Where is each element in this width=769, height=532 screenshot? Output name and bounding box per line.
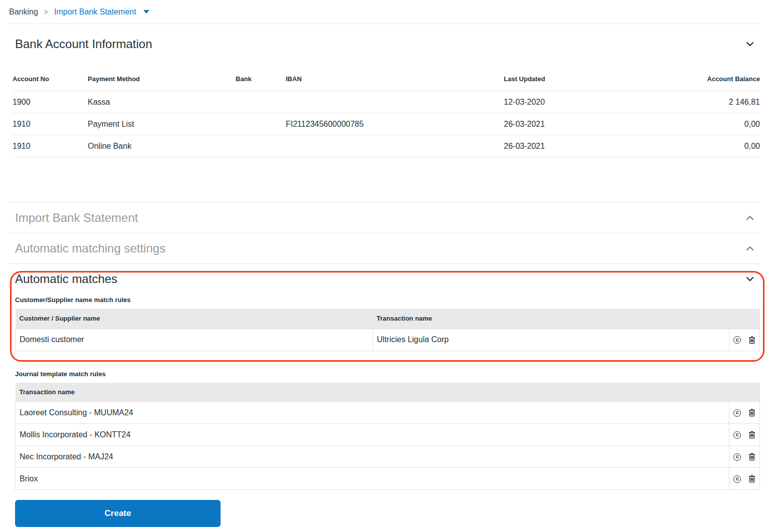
chevron-down-icon[interactable] — [746, 42, 754, 47]
column-header-iban: IBAN — [286, 61, 504, 91]
row-actions: c — [729, 424, 760, 446]
table-header-row: Customer / Supplier name Transaction nam… — [16, 309, 760, 329]
table-row[interactable]: 1910 Online Bank 26-03-2021 0,00 — [13, 135, 760, 157]
caret-down-icon[interactable] — [143, 10, 149, 14]
automatic-matches-title: Automatic matches — [15, 272, 117, 286]
customer-supplier-rules-table: Customer / Supplier name Transaction nam… — [15, 309, 760, 351]
automatic-matches-header[interactable]: Automatic matches — [9, 264, 760, 294]
bank-account-information-section: Bank Account Information Account No Paym… — [9, 24, 760, 157]
delete-button[interactable] — [746, 431, 758, 439]
row-actions: c — [729, 468, 760, 490]
table-row: Laoreet Consulting - MUUMA24 c — [16, 402, 760, 424]
cell-payment-method: Kassa — [88, 91, 236, 113]
copy-button[interactable]: c — [731, 475, 743, 483]
column-header-payment-method: Payment Method — [88, 61, 236, 91]
copy-button[interactable]: c — [731, 431, 743, 439]
cell-last-updated: 26-03-2021 — [504, 113, 654, 135]
bank-account-information-title: Bank Account Information — [15, 37, 152, 51]
column-header-transaction-name: Transaction name — [16, 383, 729, 402]
copy-icon: c — [733, 475, 741, 483]
copy-icon: c — [733, 453, 741, 461]
chevron-up-icon[interactable] — [746, 246, 754, 251]
breadcrumb-current-page[interactable]: Import Bank Statement — [54, 8, 136, 17]
table-row: Briox c — [16, 468, 760, 490]
row-actions: c — [729, 402, 760, 424]
table-row: Mollis Incorporated - KONTT24 c — [16, 424, 760, 446]
cell-account-no: 1910 — [13, 135, 88, 157]
cell-transaction-name: Mollis Incorporated - KONTT24 — [16, 424, 729, 446]
cell-last-updated: 26-03-2021 — [504, 135, 654, 157]
section-title: Import Bank Statement — [15, 211, 138, 225]
copy-icon: c — [733, 336, 741, 344]
section-import-bank-statement[interactable]: Import Bank Statement — [9, 202, 760, 233]
trash-icon — [748, 453, 755, 461]
cell-transaction-name: Ultricies Ligula Corp — [372, 329, 729, 351]
column-header-customer-supplier-name: Customer / Supplier name — [16, 309, 373, 329]
customer-supplier-rules-label: Customer/Supplier name match rules — [15, 296, 760, 304]
table-header-row: Transaction name — [16, 383, 760, 402]
column-header-account-no: Account No — [13, 61, 88, 91]
trash-icon — [748, 475, 755, 483]
row-actions: c — [729, 446, 760, 468]
delete-button[interactable] — [746, 336, 758, 344]
page: Banking > Import Bank Statement Bank Acc… — [0, 0, 769, 527]
section-title: Automatic matching settings — [15, 241, 165, 255]
table-header-row: Account No Payment Method Bank IBAN Last… — [13, 61, 760, 91]
create-button[interactable]: Create — [15, 500, 221, 527]
bank-account-table: Account No Payment Method Bank IBAN Last… — [13, 61, 760, 157]
trash-icon — [748, 431, 755, 439]
bank-account-information-header: Bank Account Information — [9, 24, 760, 61]
trash-icon — [748, 336, 755, 344]
journal-template-rules-label: Journal template match rules — [15, 370, 760, 378]
table-row[interactable]: 1900 Kassa 12-03-2020 2 146,81 — [13, 91, 760, 113]
cell-transaction-name: Briox — [16, 468, 729, 490]
cell-customer-supplier-name: Domesti customer — [16, 329, 373, 351]
cell-transaction-name: Laoreet Consulting - MUUMA24 — [16, 402, 729, 424]
column-header-last-updated: Last Updated — [504, 61, 654, 91]
cell-payment-method: Online Bank — [88, 135, 236, 157]
cell-bank — [236, 135, 286, 157]
table-row[interactable]: 1910 Payment List FI2112345600000785 26-… — [13, 113, 760, 135]
chevron-down-icon[interactable] — [746, 277, 754, 282]
cell-iban — [286, 91, 504, 113]
cell-account-balance: 0,00 — [654, 113, 760, 135]
copy-button[interactable]: c — [731, 453, 743, 461]
cell-account-no: 1910 — [13, 113, 88, 135]
copy-icon: c — [733, 431, 741, 439]
cell-bank — [236, 113, 286, 135]
table-row: Domesti customer Ultricies Ligula Corp c — [16, 329, 760, 351]
cell-last-updated: 12-03-2020 — [504, 91, 654, 113]
trash-icon — [748, 409, 755, 417]
cell-transaction-name: Nec Incorporated - MAJ24 — [16, 446, 729, 468]
column-header-actions — [729, 309, 760, 329]
row-actions: c — [729, 329, 760, 351]
cell-iban — [286, 135, 504, 157]
section-automatic-matches: Automatic matches Customer/Supplier name… — [9, 263, 760, 527]
breadcrumb-separator: > — [44, 8, 48, 16]
cell-account-no: 1900 — [13, 91, 88, 113]
delete-button[interactable] — [746, 409, 758, 417]
breadcrumb-banking-link[interactable]: Banking — [9, 8, 38, 17]
breadcrumb: Banking > Import Bank Statement — [9, 0, 760, 24]
cell-iban: FI2112345600000785 — [286, 113, 504, 135]
delete-button[interactable] — [746, 453, 758, 461]
delete-button[interactable] — [746, 475, 758, 483]
cell-account-balance: 0,00 — [654, 135, 760, 157]
copy-button[interactable]: c — [731, 336, 743, 344]
chevron-up-icon[interactable] — [746, 215, 754, 220]
table-row: Nec Incorporated - MAJ24 c — [16, 446, 760, 468]
cell-account-balance: 2 146,81 — [654, 91, 760, 113]
column-header-transaction-name: Transaction name — [372, 309, 729, 329]
column-header-bank: Bank — [236, 61, 286, 91]
journal-template-rules-table: Transaction name Laoreet Consulting - MU… — [15, 383, 760, 490]
cell-payment-method: Payment List — [88, 113, 236, 135]
section-automatic-matching-settings[interactable]: Automatic matching settings — [9, 233, 760, 263]
copy-icon: c — [733, 409, 741, 417]
cell-bank — [236, 91, 286, 113]
copy-button[interactable]: c — [731, 409, 743, 417]
column-header-actions — [729, 383, 760, 402]
column-header-account-balance: Account Balance — [654, 61, 760, 91]
